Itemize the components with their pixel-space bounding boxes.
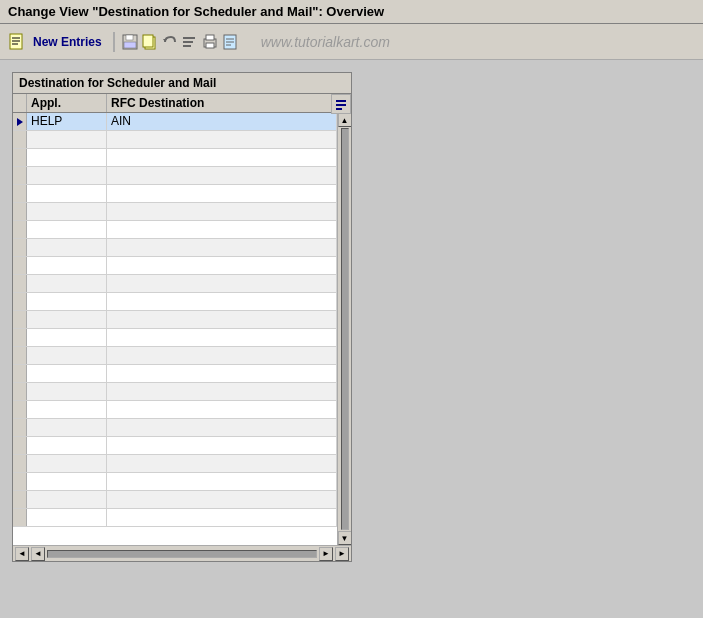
cell-appl[interactable] [27,473,107,490]
row-indicator [13,293,27,310]
cell-rfc[interactable] [107,509,337,526]
svg-rect-6 [124,42,136,48]
table-row[interactable] [13,383,337,401]
table-row[interactable] [13,221,337,239]
table-row[interactable] [13,473,337,491]
table-row[interactable] [13,311,337,329]
cell-rfc[interactable] [107,311,337,328]
print-icon[interactable] [201,33,219,51]
row-indicator [13,221,27,238]
cell-rfc[interactable] [107,491,337,508]
svg-rect-22 [336,108,342,110]
table-row[interactable] [13,419,337,437]
row-indicator [13,419,27,436]
table-row[interactable] [13,257,337,275]
cell-appl[interactable] [27,365,107,382]
svg-rect-8 [143,35,153,47]
table-row[interactable] [13,203,337,221]
scroll-right-next-button[interactable]: ► [319,547,333,561]
cell-rfc[interactable] [107,455,337,472]
scroll-left-button[interactable]: ◄ [15,547,29,561]
table-row[interactable] [13,401,337,419]
table-row[interactable]: HELP AIN [13,113,337,131]
cell-appl[interactable] [27,293,107,310]
table-row[interactable] [13,491,337,509]
new-entries-button[interactable]: New Entries [28,32,107,52]
table-row[interactable] [13,293,337,311]
cell-appl[interactable] [27,419,107,436]
cell-appl[interactable] [27,455,107,472]
undo-icon[interactable] [161,33,179,51]
table-row[interactable] [13,437,337,455]
cell-rfc[interactable] [107,383,337,400]
table-row[interactable] [13,275,337,293]
cell-rfc[interactable] [107,149,337,166]
copy-icon[interactable] [141,33,159,51]
cell-rfc[interactable]: AIN [107,113,337,130]
cell-rfc[interactable] [107,203,337,220]
cell-appl[interactable] [27,383,107,400]
scroll-track-vertical[interactable] [341,128,349,530]
cell-appl[interactable]: HELP [27,113,107,130]
row-indicator [13,473,27,490]
table-row[interactable] [13,455,337,473]
cell-rfc[interactable] [107,185,337,202]
cell-rfc[interactable] [107,257,337,274]
cell-rfc[interactable] [107,437,337,454]
cell-appl[interactable] [27,221,107,238]
cell-appl[interactable] [27,203,107,220]
cell-appl[interactable] [27,311,107,328]
cell-appl[interactable] [27,185,107,202]
table-row[interactable] [13,149,337,167]
cell-rfc[interactable] [107,347,337,364]
cell-appl[interactable] [27,437,107,454]
cell-rfc[interactable] [107,293,337,310]
cell-appl[interactable] [27,347,107,364]
cell-appl[interactable] [27,329,107,346]
table-row[interactable] [13,347,337,365]
cell-appl[interactable] [27,257,107,274]
cell-appl[interactable] [27,149,107,166]
cell-rfc[interactable] [107,419,337,436]
row-indicator [13,149,27,166]
cell-appl[interactable] [27,167,107,184]
cell-rfc[interactable] [107,473,337,490]
row-indicator [13,437,27,454]
cell-appl[interactable] [27,491,107,508]
cell-rfc[interactable] [107,131,337,148]
table-row[interactable] [13,167,337,185]
cell-appl[interactable] [27,239,107,256]
cell-appl[interactable] [27,131,107,148]
table-row[interactable] [13,131,337,149]
vertical-scrollbar: ▲ ▼ [337,113,351,545]
docs-icon[interactable] [221,33,239,51]
scroll-track-horizontal[interactable] [47,550,317,558]
scroll-right-button[interactable]: ► [335,547,349,561]
scroll-down-button[interactable]: ▼ [338,531,352,545]
cell-appl[interactable] [27,401,107,418]
table-row[interactable] [13,185,337,203]
table-row[interactable] [13,329,337,347]
new-entries-label: New Entries [33,35,102,49]
cell-rfc[interactable] [107,221,337,238]
find-icon[interactable] [181,33,199,51]
table-row[interactable] [13,239,337,257]
table-row[interactable] [13,365,337,383]
horizontal-scrollbar: ◄ ◄ ► ► [13,545,351,561]
cell-appl[interactable] [27,275,107,292]
cell-rfc[interactable] [107,401,337,418]
cell-rfc[interactable] [107,329,337,346]
scroll-up-button[interactable]: ▲ [338,113,352,127]
column-config-button[interactable] [331,94,351,114]
table-row[interactable] [13,509,337,527]
cell-appl[interactable] [27,509,107,526]
cell-rfc[interactable] [107,239,337,256]
save-icon[interactable] [121,33,139,51]
row-indicator [13,275,27,292]
svg-marker-9 [163,39,167,42]
cell-rfc[interactable] [107,365,337,382]
row-indicator [13,131,27,148]
cell-rfc[interactable] [107,167,337,184]
cell-rfc[interactable] [107,275,337,292]
scroll-right-prev-button[interactable]: ◄ [31,547,45,561]
